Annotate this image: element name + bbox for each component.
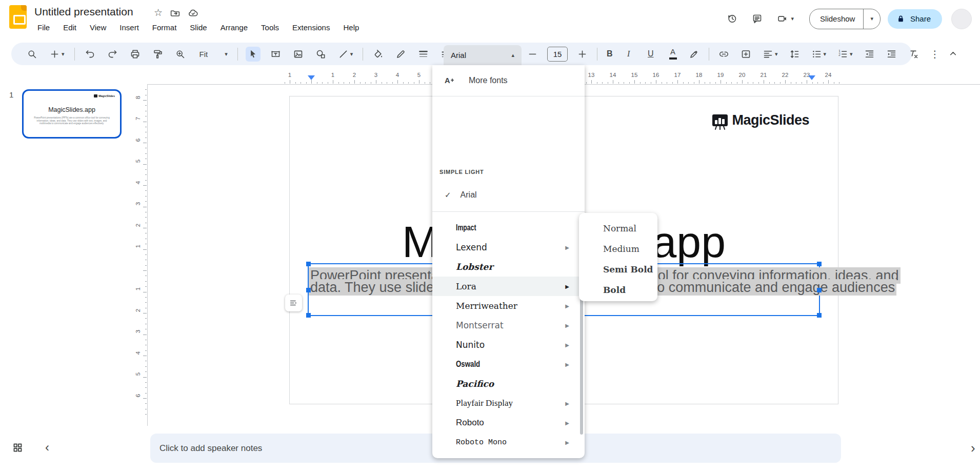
document-title[interactable]: Untitled presentation	[34, 6, 133, 18]
meet-camera-icon[interactable]: ▾	[777, 13, 794, 24]
menu-extensions[interactable]: Extensions	[286, 22, 336, 33]
insert-link-icon[interactable]	[716, 47, 731, 62]
increase-font-size-icon[interactable]	[575, 47, 590, 62]
clear-formatting-icon[interactable]	[906, 47, 921, 62]
decrease-indent-icon[interactable]	[862, 47, 877, 62]
menu-slide[interactable]: Slide	[183, 22, 213, 33]
menubar: FileEditViewInsertFormatSlideArrangeTool…	[31, 22, 366, 33]
menu-tools[interactable]: Tools	[254, 22, 286, 33]
comments-icon[interactable]	[752, 13, 763, 24]
font-item-roboto-mono[interactable]: Roboto Mono▶	[432, 433, 585, 452]
submenu-arrow-icon: ▶	[565, 284, 569, 289]
decrease-font-size-icon[interactable]	[525, 47, 540, 62]
menu-file[interactable]: File	[31, 22, 56, 33]
add-comment-icon[interactable]	[738, 47, 753, 62]
undo-icon[interactable]	[83, 47, 97, 62]
numbered-list-icon[interactable]: 12▾	[835, 47, 855, 62]
submenu-arrow-icon: ▶	[565, 401, 569, 406]
bold-icon[interactable]: B	[605, 47, 618, 61]
font-size-input[interactable]: 15	[547, 47, 568, 62]
redo-icon[interactable]	[105, 47, 120, 62]
font-item-lobster[interactable]: Lobster	[432, 257, 585, 277]
menu-edit[interactable]: Edit	[56, 22, 83, 33]
resize-handle-nw[interactable]	[306, 262, 311, 266]
font-item-merriweather[interactable]: Merriweather▶	[432, 296, 585, 316]
insert-shape-icon[interactable]	[313, 47, 328, 62]
autofit-options-button[interactable]	[285, 295, 302, 311]
border-weight-icon[interactable]	[416, 47, 431, 62]
font-item-pacifico[interactable]: Pacifico	[432, 374, 585, 394]
zoom-in-icon[interactable]	[173, 47, 188, 62]
font-item-arial[interactable]: ✓ Arial	[432, 184, 585, 206]
menu-insert[interactable]: Insert	[113, 22, 146, 33]
menu-format[interactable]: Format	[146, 22, 184, 33]
collapse-filmstrip-icon[interactable]: ‹	[45, 440, 49, 455]
font-item-roboto[interactable]: Roboto▶	[432, 413, 585, 433]
slideshow-button[interactable]: Slideshow ▾	[809, 9, 881, 29]
weight-item-bold[interactable]: Bold	[579, 280, 657, 300]
increase-indent-icon[interactable]	[884, 47, 899, 62]
insert-image-icon[interactable]	[291, 47, 306, 62]
zoom-caret-icon[interactable]: ▾	[225, 51, 228, 57]
cloud-saved-icon[interactable]	[188, 8, 198, 18]
paint-format-icon[interactable]	[150, 47, 165, 62]
resize-handle-e[interactable]	[817, 288, 822, 292]
font-item-montserrat[interactable]: Montserrat▶	[432, 316, 585, 335]
font-item-lexend[interactable]: Lexend▶	[432, 238, 585, 257]
indent-marker[interactable]	[808, 75, 815, 80]
version-history-icon[interactable]	[727, 13, 737, 24]
font-family-selector[interactable]: Arial ▴	[444, 45, 522, 65]
bulleted-list-caret-icon[interactable]: ▾	[824, 51, 827, 57]
slides-logo-icon[interactable]	[9, 5, 27, 29]
fill-color-icon[interactable]	[371, 47, 386, 62]
avatar[interactable]	[951, 9, 972, 29]
weight-item-medium[interactable]: Medium	[579, 239, 657, 259]
resize-handle-w[interactable]	[306, 288, 311, 292]
indent-marker[interactable]	[308, 75, 315, 80]
move-to-folder-icon[interactable]	[170, 8, 181, 18]
hide-menus-icon[interactable]	[948, 48, 958, 59]
star-icon[interactable]: ☆	[154, 7, 163, 18]
italic-icon[interactable]: I	[625, 47, 638, 61]
weight-item-normal[interactable]: Normal	[579, 218, 657, 239]
line-caret-icon[interactable]: ▾	[350, 51, 353, 57]
font-item-playfair[interactable]: Playfair Display▶	[432, 394, 585, 413]
share-button[interactable]: Share	[888, 9, 942, 29]
align-caret-icon[interactable]: ▾	[775, 51, 778, 57]
new-slide-button[interactable]: ▾	[47, 47, 67, 62]
highlight-color-icon[interactable]	[687, 47, 702, 62]
more-fonts-item[interactable]: A More fonts	[432, 69, 585, 92]
font-item-nunito[interactable]: Nunito▶	[432, 335, 585, 355]
insert-line-icon[interactable]: ▾	[336, 47, 355, 62]
underline-icon[interactable]: U	[646, 47, 659, 61]
menu-view[interactable]: View	[83, 22, 113, 33]
align-icon[interactable]: ▾	[761, 47, 780, 62]
slideshow-caret-icon[interactable]: ▾	[864, 15, 880, 22]
grid-view-icon[interactable]	[12, 442, 23, 453]
resize-handle-se[interactable]	[817, 313, 822, 318]
menu-arrange[interactable]: Arrange	[214, 22, 254, 33]
font-item-oswald[interactable]: Oswald▶	[432, 355, 585, 374]
font-item-impact[interactable]: Impact	[432, 218, 585, 238]
expand-sidebar-icon[interactable]: ›	[971, 440, 975, 456]
select-tool[interactable]	[246, 47, 261, 62]
resize-handle-sw[interactable]	[306, 313, 311, 318]
weight-item-semi-bold[interactable]: Semi Bold	[579, 259, 657, 280]
line-spacing-icon[interactable]	[787, 47, 802, 62]
menu-help[interactable]: Help	[336, 22, 366, 33]
font-item-lora[interactable]: Lora▶	[432, 277, 585, 296]
print-icon[interactable]	[128, 47, 143, 62]
border-color-icon[interactable]	[393, 47, 408, 62]
text-color-icon[interactable]: A	[666, 46, 679, 62]
search-menus-icon[interactable]	[25, 47, 39, 62]
zoom-select[interactable]: Fit▾	[195, 48, 230, 61]
text-box-tool[interactable]	[268, 47, 283, 62]
slide-thumbnail[interactable]: MagicSlides MagicSlides.app PowerPoint p…	[22, 89, 122, 139]
bulleted-list-icon[interactable]: ▾	[809, 47, 829, 62]
camera-caret-icon[interactable]: ▾	[791, 15, 794, 22]
new-slide-caret-icon[interactable]: ▾	[62, 51, 65, 57]
numbered-list-caret-icon[interactable]: ▾	[850, 51, 853, 57]
font-item-roboto-serif[interactable]: Roboto Serif▶	[432, 452, 585, 458]
more-options-icon[interactable]: ⋮	[928, 46, 942, 62]
resize-handle-ne[interactable]	[817, 262, 822, 266]
